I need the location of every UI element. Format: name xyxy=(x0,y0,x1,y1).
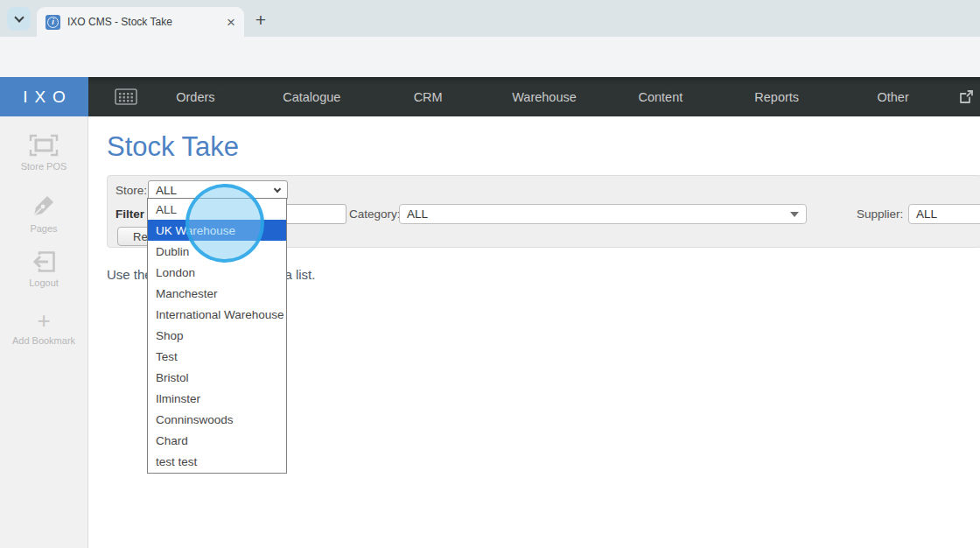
store-option[interactable]: International Warehouse xyxy=(148,304,286,325)
store-dropdown-list: ALL UK Warehouse Dublin London Mancheste… xyxy=(147,198,287,474)
sidebar: IXO Store POS Pages xyxy=(0,77,88,548)
store-option[interactable]: Dublin xyxy=(148,241,286,262)
sidebar-item-add-bookmark[interactable]: + Add Bookmark xyxy=(0,310,88,346)
category-select[interactable]: ALL xyxy=(399,204,807,224)
category-select-value: ALL xyxy=(407,207,428,221)
new-tab-button[interactable]: + xyxy=(249,9,272,32)
external-link-icon[interactable] xyxy=(958,88,975,105)
nav-item-warehouse[interactable]: Warehouse xyxy=(486,90,603,104)
store-option[interactable]: Test xyxy=(148,347,286,368)
browser-window: i IXO CMS - Stock Take × + ← → ↻ ixo.ico… xyxy=(0,0,980,548)
browser-tab[interactable]: i IXO CMS - Stock Take × xyxy=(37,7,244,37)
nav-item-catalogue[interactable]: Catalogue xyxy=(254,90,370,104)
triangle-down-icon xyxy=(790,212,799,217)
sidebar-item-label: Pages xyxy=(0,223,88,234)
nav-item-content[interactable]: Content xyxy=(602,90,718,104)
tab-search-button[interactable] xyxy=(7,7,31,31)
favicon-glyph: i xyxy=(47,17,59,28)
page-title: Stock Take xyxy=(107,131,239,163)
supplier-input[interactable] xyxy=(908,204,980,224)
filter-label: Filter xyxy=(116,207,144,221)
pen-icon xyxy=(0,193,88,219)
category-label: Category: xyxy=(349,207,401,221)
store-option[interactable]: Bristol xyxy=(148,368,286,389)
logout-icon xyxy=(0,250,88,273)
store-pos-icon xyxy=(0,134,88,157)
sidebar-item-store-pos[interactable]: Store POS xyxy=(0,134,88,172)
url-toolbar: ← → ↻ ixo.iconography.co.uk/cms/stocktak… xyxy=(0,37,980,77)
nav-item-other[interactable]: Other xyxy=(835,90,951,104)
nav-item-orders[interactable]: Orders xyxy=(137,90,254,104)
store-option[interactable]: Chard xyxy=(148,431,286,452)
site-favicon-icon: i xyxy=(46,15,60,30)
supplier-label: Supplier: xyxy=(857,207,903,221)
ixo-logo: IXO xyxy=(0,77,88,116)
sidebar-item-logout[interactable]: Logout xyxy=(0,250,88,288)
app-top-nav: Orders Catalogue CRM Warehouse Content R… xyxy=(88,77,980,116)
store-option[interactable]: Shop xyxy=(148,325,286,346)
store-option[interactable]: London xyxy=(148,262,286,283)
chevron-down-icon xyxy=(274,186,281,193)
tab-close-icon[interactable]: × xyxy=(227,15,235,30)
sidebar-item-label: Add Bookmark xyxy=(0,335,88,346)
sidebar-item-pages[interactable]: Pages xyxy=(0,193,88,234)
nav-item-crm[interactable]: CRM xyxy=(370,90,486,104)
store-select-value: ALL xyxy=(156,184,177,197)
store-option[interactable]: ALL xyxy=(148,199,286,220)
chevron-down-icon xyxy=(14,12,24,22)
sidebar-item-label: Store POS xyxy=(0,161,88,172)
nav-item-reports[interactable]: Reports xyxy=(718,90,835,104)
store-option[interactable]: Manchester xyxy=(148,283,286,304)
store-option-selected[interactable]: UK Warehouse xyxy=(148,220,286,241)
keypad-grid-icon[interactable] xyxy=(115,88,137,105)
sidebar-item-label: Logout xyxy=(0,278,88,288)
tab-title: IXO CMS - Stock Take xyxy=(67,16,221,28)
store-label: Store: xyxy=(116,184,147,197)
plus-icon: + xyxy=(0,310,88,331)
tab-strip: i IXO CMS - Stock Take × + xyxy=(0,0,980,37)
store-option[interactable]: Conninswoods xyxy=(148,410,286,431)
store-option[interactable]: test test xyxy=(148,452,286,473)
store-option[interactable]: Ilminster xyxy=(148,389,286,410)
